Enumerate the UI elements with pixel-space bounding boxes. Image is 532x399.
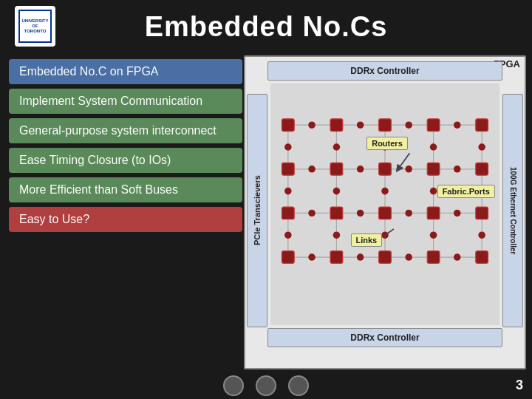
svg-point-53 — [430, 188, 437, 195]
svg-rect-16 — [379, 163, 392, 175]
svg-rect-28 — [476, 251, 488, 264]
svg-point-49 — [478, 143, 485, 151]
circle-2 — [256, 375, 276, 396]
routers-label: Routers — [366, 137, 408, 150]
svg-point-33 — [308, 166, 316, 173]
svg-rect-20 — [330, 207, 343, 219]
svg-point-42 — [357, 253, 364, 261]
svg-rect-14 — [282, 163, 295, 175]
svg-rect-17 — [427, 163, 440, 175]
svg-rect-26 — [379, 251, 392, 264]
svg-point-34 — [357, 166, 364, 173]
page-title: Embedded No.Cs — [145, 11, 388, 43]
svg-rect-12 — [427, 119, 440, 132]
circle-1 — [223, 375, 244, 396]
pcie-label: PCIe Transcievers — [247, 94, 267, 327]
svg-point-44 — [454, 253, 461, 261]
svg-point-50 — [284, 188, 292, 195]
svg-rect-10 — [330, 119, 343, 132]
svg-rect-27 — [427, 251, 440, 264]
svg-point-45 — [284, 143, 292, 151]
ddrx-bottom: DDRx Controller — [267, 328, 502, 347]
svg-point-35 — [405, 166, 412, 173]
svg-point-40 — [454, 210, 461, 217]
fpga-diagram: FPGA DDRx Controller PCIe Transcievers 1… — [244, 55, 526, 369]
implement-item: Implement System Communication — [9, 89, 242, 114]
svg-point-37 — [308, 210, 316, 217]
svg-rect-19 — [282, 207, 295, 219]
eth-label: 100G Ethernet Controller — [502, 94, 523, 327]
header: UNIVERSITYOFTORONTO Embedded No.Cs — [0, 0, 532, 53]
svg-point-36 — [454, 166, 461, 173]
svg-point-56 — [333, 231, 341, 239]
page-number: 3 — [516, 378, 523, 393]
fpga-box: FPGA DDRx Controller PCIe Transcievers 1… — [244, 55, 526, 369]
svg-point-39 — [405, 210, 412, 217]
svg-rect-24 — [282, 251, 295, 264]
svg-rect-9 — [282, 119, 295, 132]
embedded-noc-item: Embedded No.C on FPGA — [9, 59, 242, 84]
svg-rect-18 — [476, 163, 488, 175]
university-logo: UNIVERSITYOFTORONTO — [15, 6, 55, 47]
svg-point-31 — [405, 121, 412, 129]
svg-point-46 — [333, 143, 341, 151]
svg-rect-11 — [379, 119, 392, 132]
svg-rect-21 — [379, 207, 392, 219]
links-label: Links — [351, 233, 383, 247]
svg-point-41 — [308, 253, 316, 261]
svg-rect-25 — [330, 251, 343, 264]
svg-point-32 — [454, 121, 461, 129]
svg-point-59 — [478, 231, 485, 239]
svg-rect-13 — [476, 119, 488, 132]
svg-point-29 — [308, 121, 316, 129]
bottom-decorations — [223, 375, 309, 396]
svg-rect-22 — [427, 207, 440, 219]
svg-point-58 — [430, 231, 437, 239]
general-item: General-purpose system interconnect — [9, 118, 242, 143]
svg-point-43 — [405, 253, 412, 261]
circle-3 — [288, 375, 309, 396]
svg-rect-23 — [476, 207, 488, 219]
easy-item: Easy to Use? — [9, 207, 242, 232]
efficient-item: More Efficient than Soft Buses — [9, 177, 242, 202]
svg-point-48 — [430, 143, 437, 151]
svg-point-51 — [333, 188, 341, 195]
ease-item: Ease Timing Closure (to IOs) — [9, 148, 242, 173]
svg-point-38 — [357, 210, 364, 217]
svg-point-55 — [284, 231, 292, 239]
svg-point-30 — [357, 121, 364, 129]
fabric-ports-label: Fabric.Ports — [437, 185, 495, 198]
svg-rect-15 — [330, 163, 343, 175]
left-panel: Embedded No.C on FPGA Implement System C… — [0, 53, 251, 369]
ddrx-top: DDRx Controller — [267, 61, 502, 81]
noc-grid: Routers Fabric.Ports Links — [270, 83, 499, 325]
svg-point-52 — [381, 188, 389, 195]
